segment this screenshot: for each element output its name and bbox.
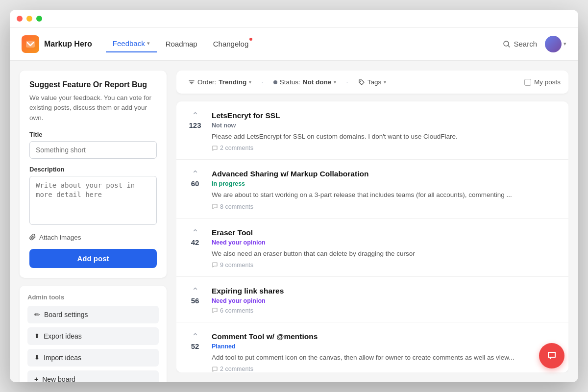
comment-count: 2 comments [220, 145, 253, 151]
attach-images-button[interactable]: Attach images [29, 234, 157, 241]
post-content: Advanced Sharing w/ Markup Collaboration… [212, 170, 559, 210]
feed: Order: Trending ▾ · Status: Not done ▾ · [176, 71, 568, 372]
posts-list: ⌃ 123 LetsEncryt for SSL Not now Please … [176, 101, 568, 372]
suggest-card: Suggest Feature Or Report Bug We value y… [20, 71, 167, 278]
new-board-button[interactable]: + New board [27, 370, 159, 382]
title-input[interactable] [29, 141, 157, 159]
post-comments[interactable]: 2 comments [212, 366, 559, 372]
status-label: Status: [280, 78, 300, 86]
fullscreen-button[interactable] [36, 16, 42, 22]
order-filter[interactable]: Order: Trending ▾ [184, 76, 255, 88]
export-ideas-button[interactable]: ⬆ Export ideas [27, 327, 159, 345]
vote-count: 60 [191, 179, 199, 188]
upvote-button[interactable]: ⌃ [192, 332, 199, 341]
post-comments[interactable]: 2 comments [212, 145, 559, 151]
title-label: Title [29, 131, 157, 138]
vote-count: 56 [191, 296, 199, 305]
post-content: Eraser Tool Need your opinion We also ne… [212, 228, 559, 269]
plus-icon: + [34, 375, 38, 382]
feedback-fab[interactable] [539, 343, 564, 368]
comment-icon [212, 145, 218, 151]
post-status: Need your opinion [212, 297, 559, 304]
close-button[interactable] [17, 16, 23, 22]
tag-icon [358, 79, 365, 86]
suggest-desc: We value your feedback. You can vote for… [29, 93, 157, 123]
post-item[interactable]: ⌃ 60 Advanced Sharing w/ Markup Collabor… [176, 160, 568, 218]
upvote-button[interactable]: ⌃ [192, 111, 199, 120]
post-content: LetsEncryt for SSL Not now Please add Le… [212, 111, 559, 151]
search-icon [503, 40, 511, 48]
order-label: Order: [197, 78, 216, 86]
suggest-title: Suggest Feature Or Report Bug [29, 80, 157, 89]
post-item[interactable]: ⌃ 52 Comment Tool w/ @mentions Planned A… [176, 322, 568, 372]
nav-feedback[interactable]: Feedback ▾ [106, 35, 157, 52]
tags-filter[interactable]: Tags ▾ [354, 76, 391, 88]
status-value: Not done [303, 78, 332, 86]
post-body: We also need an eraser button that can d… [212, 249, 559, 259]
order-value: Trending [219, 78, 246, 86]
post-item[interactable]: ⌃ 56 Expiring link shares Need your opin… [176, 277, 568, 322]
export-icon: ⬆ [34, 332, 40, 340]
comment-icon [212, 307, 218, 314]
comment-count: 6 comments [220, 307, 253, 314]
upvote-button[interactable]: ⌃ [192, 228, 199, 237]
comment-count: 2 comments [220, 366, 253, 372]
my-posts-label: My posts [534, 78, 561, 86]
admin-tools-title: Admin tools [27, 294, 159, 301]
post-item[interactable]: ⌃ 123 LetsEncryt for SSL Not now Please … [176, 101, 568, 160]
comment-count: 8 comments [220, 203, 253, 210]
post-title[interactable]: Expiring link shares [212, 287, 559, 295]
add-post-button[interactable]: Add post [29, 249, 157, 268]
vote-section: ⌃ 60 [186, 170, 204, 210]
import-icon: ⬇ [34, 354, 40, 361]
post-status: Need your opinion [212, 239, 559, 246]
vote-count: 123 [189, 121, 201, 129]
order-icon [188, 79, 195, 86]
description-input[interactable] [29, 176, 157, 225]
logo[interactable]: Markup Hero [22, 35, 92, 53]
import-ideas-button[interactable]: ⬇ Import ideas [27, 349, 159, 367]
post-body: Please add LetsEncrypt for SSL on custom… [212, 132, 559, 142]
post-comments[interactable]: 6 comments [212, 307, 559, 314]
my-posts-checkbox[interactable] [524, 79, 531, 86]
vote-section: ⌃ 42 [186, 228, 204, 269]
nav-changelog[interactable]: Changelog [206, 36, 256, 52]
titlebar [10, 10, 578, 27]
post-title[interactable]: LetsEncryt for SSL [212, 111, 559, 120]
post-comments[interactable]: 9 comments [212, 262, 559, 269]
my-posts-filter[interactable]: My posts [524, 78, 561, 86]
user-chevron: ▾ [564, 41, 566, 47]
status-dot [273, 80, 277, 84]
upvote-button[interactable]: ⌃ [192, 170, 199, 178]
post-title[interactable]: Comment Tool w/ @mentions [212, 332, 559, 341]
pencil-icon: ✏ [34, 311, 40, 318]
post-item[interactable]: ⌃ 42 Eraser Tool Need your opinion We al… [176, 219, 568, 277]
nav-items: Feedback ▾ Roadmap Changelog [106, 35, 503, 52]
nav-right: Search ▾ [503, 36, 566, 52]
board-settings-button[interactable]: ✏ Board settings [27, 306, 159, 323]
vote-count: 52 [191, 342, 199, 350]
post-body: Add tool to put comment icon on the canv… [212, 353, 559, 363]
status-filter[interactable]: Status: Not done ▾ [270, 76, 341, 88]
changelog-dot [249, 38, 252, 41]
post-title[interactable]: Advanced Sharing w/ Markup Collaboration [212, 170, 559, 178]
feed-filters: Order: Trending ▾ · Status: Not done ▾ · [176, 71, 568, 94]
post-body: We are about to start working on a 3-par… [212, 190, 559, 200]
vote-section: ⌃ 123 [186, 111, 204, 151]
tags-chevron: ▾ [384, 79, 386, 85]
tags-label: Tags [368, 78, 382, 86]
post-comments[interactable]: 8 comments [212, 203, 559, 210]
navbar: Markup Hero Feedback ▾ Roadmap Changelog [10, 27, 578, 61]
post-title[interactable]: Eraser Tool [212, 228, 559, 237]
logo-icon [22, 35, 39, 53]
upvote-button[interactable]: ⌃ [192, 287, 199, 295]
description-label: Description [29, 166, 157, 173]
search-button[interactable]: Search [503, 40, 537, 48]
post-content: Expiring link shares Need your opinion 6… [212, 287, 559, 314]
avatar [545, 36, 562, 52]
feedback-chevron: ▾ [147, 40, 150, 47]
user-menu[interactable]: ▾ [545, 36, 566, 52]
sidebar: Suggest Feature Or Report Bug We value y… [20, 71, 167, 372]
nav-roadmap[interactable]: Roadmap [159, 36, 204, 52]
minimize-button[interactable] [26, 16, 32, 22]
